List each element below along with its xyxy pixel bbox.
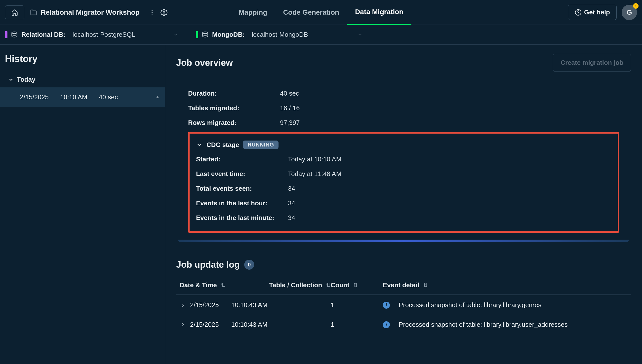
info-icon: i bbox=[383, 321, 390, 328]
cdc-label: Events in the last hour: bbox=[196, 200, 288, 207]
log-cell-datetime: 2/15/2025 10:10:43 AM bbox=[180, 301, 269, 309]
history-title: History bbox=[0, 54, 165, 72]
cdc-row: Total events seen: 34 bbox=[196, 181, 611, 196]
sort-icon: ⇅ bbox=[326, 282, 330, 288]
tab-label: Code Generation bbox=[283, 8, 339, 16]
gear-icon bbox=[161, 9, 168, 16]
mongodb-indicator-icon bbox=[196, 31, 198, 38]
log-table-head: Date & Time ⇅ Table / Collection ⇅ Count… bbox=[176, 277, 631, 295]
overview-row: Rows migrated: 97,397 bbox=[188, 116, 619, 130]
log-header: Job update log 0 bbox=[176, 260, 631, 270]
help-icon bbox=[575, 9, 582, 16]
avatar-initial: G bbox=[626, 8, 632, 16]
more-vertical-icon bbox=[149, 10, 155, 16]
cdc-header[interactable]: CDC stage RUNNING bbox=[196, 138, 611, 152]
col-header-table[interactable]: Table / Collection ⇅ bbox=[269, 281, 331, 289]
col-header-count[interactable]: Count ⇅ bbox=[331, 281, 383, 289]
chevron-down-icon bbox=[173, 32, 178, 37]
cdc-stage-panel: CDC stage RUNNING Started: Today at 10:1… bbox=[188, 132, 619, 233]
chevron-down-icon bbox=[196, 142, 203, 148]
cdc-row: Events in the last hour: 34 bbox=[196, 196, 611, 210]
log-cell-count: 1 bbox=[331, 301, 383, 309]
overview-row: Duration: 40 sec bbox=[188, 86, 619, 101]
log-time: 10:10:43 AM bbox=[231, 301, 268, 309]
history-item-duration: 40 sec bbox=[99, 93, 118, 101]
database-icon bbox=[202, 31, 209, 38]
col-header-label: Table / Collection bbox=[269, 281, 322, 289]
svg-point-6 bbox=[12, 32, 17, 34]
history-item[interactable]: 2/15/2025 10:10 AM 40 sec bbox=[0, 88, 165, 107]
svg-point-1 bbox=[152, 12, 153, 13]
log-section: Job update log 0 Date & Time ⇅ Table / C… bbox=[176, 260, 631, 334]
relational-db-dropdown[interactable]: localhost-PostgreSQL bbox=[69, 31, 183, 38]
sort-icon: ⇅ bbox=[423, 282, 428, 288]
cdc-row: Events in the last minute: 34 bbox=[196, 210, 611, 225]
svg-point-0 bbox=[152, 10, 153, 11]
cdc-title: CDC stage bbox=[207, 141, 239, 149]
log-row: 2/15/2025 10:10:43 AM 1 i Processed snap… bbox=[176, 315, 631, 334]
relational-value: localhost-PostgreSQL bbox=[73, 31, 135, 38]
mongodb-dropdown[interactable]: localhost-MongoDB bbox=[248, 31, 367, 38]
overview-row: Tables migrated: 16 / 16 bbox=[188, 101, 619, 116]
top-tabs: Mapping Code Generation Data Migration bbox=[231, 0, 411, 25]
chevron-right-icon bbox=[180, 322, 186, 328]
top-bar: Relational Migrator Workshop Mapping Cod… bbox=[0, 0, 642, 25]
overview-title: Job overview bbox=[176, 58, 233, 68]
create-migration-job-button[interactable]: Create migration job bbox=[553, 54, 631, 72]
more-button[interactable] bbox=[146, 6, 158, 18]
info-icon: i bbox=[383, 302, 390, 309]
col-header-label: Event detail bbox=[383, 281, 419, 289]
cdc-value: 34 bbox=[288, 214, 295, 222]
overview-label: Rows migrated: bbox=[188, 119, 280, 127]
cdc-label: Total events seen: bbox=[196, 185, 288, 192]
home-icon bbox=[11, 9, 18, 16]
tab-code-generation[interactable]: Code Generation bbox=[275, 0, 347, 25]
sort-icon: ⇅ bbox=[353, 282, 358, 288]
col-header-label: Date & Time bbox=[180, 281, 217, 289]
status-dot-icon bbox=[157, 96, 159, 98]
top-right: Get help G ! bbox=[568, 5, 637, 20]
overview-value: 97,397 bbox=[280, 119, 300, 127]
overview-card: Duration: 40 sec Tables migrated: 16 / 1… bbox=[176, 79, 631, 242]
cdc-label: Started: bbox=[196, 156, 288, 163]
col-header-datetime[interactable]: Date & Time ⇅ bbox=[180, 281, 269, 289]
folder-icon bbox=[30, 9, 37, 16]
cdc-status-badge: RUNNING bbox=[243, 140, 278, 149]
tab-label: Data Migration bbox=[355, 8, 403, 16]
svg-point-2 bbox=[152, 14, 153, 15]
cdc-label: Last event time: bbox=[196, 170, 288, 178]
history-group-toggle[interactable]: Today bbox=[0, 72, 165, 88]
project-name: Relational Migrator Workshop bbox=[30, 8, 140, 16]
log-cell-detail: i Processed snapshot of table: library.l… bbox=[383, 301, 627, 309]
cdc-value: Today at 10:10 AM bbox=[288, 156, 341, 163]
home-button[interactable] bbox=[5, 6, 24, 19]
get-help-button[interactable]: Get help bbox=[568, 5, 617, 20]
log-detail-text: Processed snapshot of table: library.lib… bbox=[399, 321, 568, 328]
avatar[interactable]: G ! bbox=[622, 5, 637, 20]
col-header-label: Count bbox=[331, 281, 349, 289]
history-sidebar: History Today 2/15/2025 10:10 AM 40 sec bbox=[0, 45, 165, 364]
log-title: Job update log bbox=[176, 260, 240, 270]
expand-row-button[interactable] bbox=[180, 302, 186, 308]
cdc-row: Last event time: Today at 11:48 AM bbox=[196, 166, 611, 181]
alert-badge-icon: ! bbox=[633, 3, 638, 9]
tab-mapping[interactable]: Mapping bbox=[231, 0, 275, 25]
col-header-detail[interactable]: Event detail ⇅ bbox=[383, 281, 627, 289]
overview-value: 16 / 16 bbox=[280, 104, 300, 112]
log-time: 10:10:43 AM bbox=[231, 321, 268, 328]
cdc-value: Today at 11:48 AM bbox=[288, 170, 341, 178]
settings-button[interactable] bbox=[158, 6, 170, 18]
tab-label: Mapping bbox=[239, 8, 267, 16]
relational-label: Relational DB: bbox=[21, 31, 66, 38]
log-row: 2/15/2025 10:10:43 AM 1 i Processed snap… bbox=[176, 295, 631, 315]
overview-label: Tables migrated: bbox=[188, 104, 280, 112]
expand-row-button[interactable] bbox=[180, 322, 186, 328]
log-detail-text: Processed snapshot of table: library.lib… bbox=[399, 301, 541, 309]
log-table: Date & Time ⇅ Table / Collection ⇅ Count… bbox=[176, 277, 631, 334]
log-date: 2/15/2025 bbox=[190, 301, 219, 309]
project-name-text: Relational Migrator Workshop bbox=[41, 8, 140, 16]
overview-label: Duration: bbox=[188, 90, 280, 97]
connection-bar: Relational DB: localhost-PostgreSQL Mong… bbox=[0, 25, 642, 45]
tab-data-migration[interactable]: Data Migration bbox=[347, 0, 411, 25]
relational-db-group: Relational DB: localhost-PostgreSQL bbox=[5, 31, 183, 38]
